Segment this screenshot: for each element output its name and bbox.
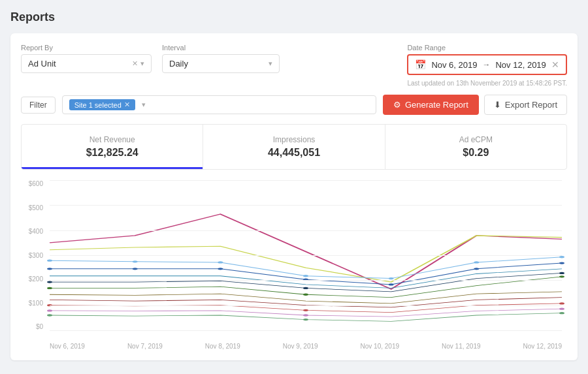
gear-icon: ⚙	[393, 100, 401, 110]
y-label-300: $300	[21, 252, 47, 259]
calendar-icon: 📅	[415, 59, 426, 70]
interval-label: Interval	[162, 44, 280, 52]
metric-impressions[interactable]: Impressions 44,445,051	[203, 125, 385, 169]
generate-report-button[interactable]: ⚙ Generate Report	[383, 95, 479, 115]
date-range-picker[interactable]: 📅 Nov 6, 2019 → Nov 12, 2019 ✕	[407, 54, 567, 75]
filter-tag: Site 1 selected ✕	[69, 99, 135, 110]
x-label-6: Nov 12, 2019	[523, 343, 562, 350]
y-label-0: $0	[21, 323, 47, 330]
metric-ad-ecpm[interactable]: Ad eCPM $0.29	[385, 125, 566, 169]
interval-chevron-icon[interactable]: ▾	[269, 59, 272, 68]
date-range-label: Date Range	[407, 44, 567, 52]
chart-x-axis: Nov 6, 2019 Nov 7, 2019 Nov 8, 2019 Nov …	[50, 343, 562, 350]
date-start: Nov 6, 2019	[431, 60, 477, 70]
chevron-down-icon[interactable]: ▾	[140, 59, 144, 68]
metric-label-0: Net Revenue	[35, 135, 189, 144]
x-label-0: Nov 6, 2019	[50, 343, 85, 350]
x-label-2: Nov 8, 2019	[205, 343, 240, 350]
report-by-select[interactable]: Ad Unit ✕ ▾	[21, 54, 152, 73]
chart-y-axis: $600 $500 $400 $300 $200 $100 $0	[21, 180, 47, 330]
metric-label-1: Impressions	[216, 135, 371, 144]
y-label-600: $600	[21, 180, 47, 187]
y-label-200: $200	[21, 275, 47, 283]
metric-value-2: $0.29	[399, 147, 553, 159]
download-icon: ⬇	[494, 100, 501, 110]
y-label-400: $400	[21, 228, 47, 235]
metric-label-2: Ad eCPM	[399, 135, 553, 144]
y-label-100: $100	[21, 300, 47, 307]
metric-net-revenue[interactable]: Net Revenue $12,825.24	[22, 125, 203, 169]
clear-icon[interactable]: ✕	[132, 59, 138, 68]
page-title: Reports	[10, 10, 578, 24]
date-end: Nov 12, 2019	[495, 60, 546, 70]
y-label-500: $500	[21, 204, 47, 211]
report-by-label: Report By	[21, 44, 152, 52]
x-label-4: Nov 10, 2019	[361, 343, 400, 350]
filter-select[interactable]: Site 1 selected ✕ ▾	[62, 95, 376, 114]
metrics-row: Net Revenue $12,825.24 Impressions 44,44…	[21, 124, 567, 170]
x-label-5: Nov 11, 2019	[442, 343, 481, 350]
report-by-value: Ad Unit	[28, 59, 128, 69]
export-report-button[interactable]: ⬇ Export Report	[484, 95, 567, 115]
metric-value-1: 44,445,051	[216, 147, 371, 159]
filter-chevron-icon[interactable]: ▾	[142, 101, 146, 109]
last-updated-text: Last updated on 13th November 2019 at 15…	[407, 80, 567, 87]
tag-label: Site 1 selected	[74, 101, 122, 109]
x-label-1: Nov 7, 2019	[127, 343, 163, 350]
tag-close-icon[interactable]: ✕	[124, 101, 130, 109]
date-close-icon[interactable]: ✕	[551, 59, 559, 70]
interval-value: Daily	[169, 59, 265, 69]
chart-area: $600 $500 $400 $300 $200 $100 $0	[21, 180, 567, 350]
date-arrow-icon: →	[482, 60, 490, 69]
interval-select[interactable]: Daily ▾	[162, 54, 280, 73]
filter-button[interactable]: Filter	[21, 97, 56, 114]
metric-value-0: $12,825.24	[35, 147, 189, 159]
x-label-3: Nov 9, 2019	[283, 343, 318, 350]
